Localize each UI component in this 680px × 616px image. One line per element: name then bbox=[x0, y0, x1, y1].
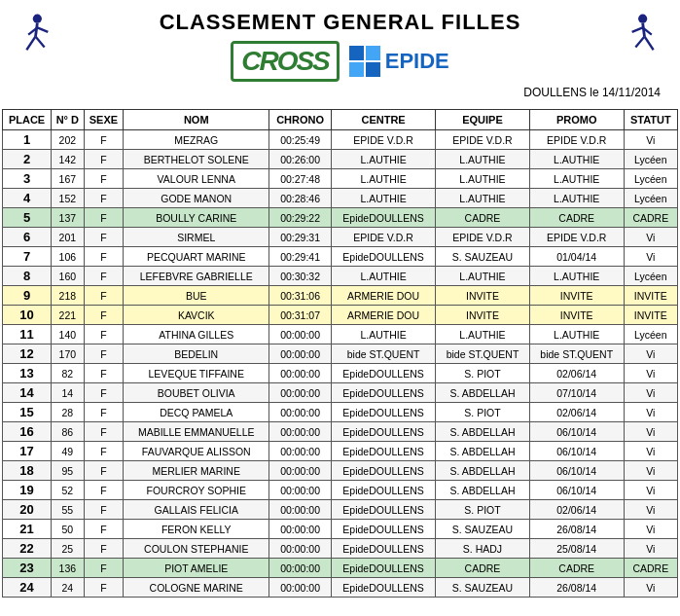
table-cell: MERLIER MARINE bbox=[124, 461, 269, 481]
table-cell: 160 bbox=[52, 267, 85, 286]
table-cell: 00:00:00 bbox=[269, 539, 332, 559]
table-cell: 1 bbox=[3, 130, 52, 150]
table-cell: L.AUTHIE bbox=[529, 189, 624, 208]
page-header: CLASSEMENT GENERAL FILLES CROSS EPIDE DO… bbox=[0, 0, 680, 109]
table-cell: 00:00:00 bbox=[269, 325, 332, 344]
results-table: PLACE N° D SEXE NOM CHRONO CENTRE EQUIPE… bbox=[2, 109, 678, 598]
table-cell: LEFEBVRE GABRIELLE bbox=[124, 267, 269, 286]
table-cell: 00:00:00 bbox=[269, 520, 332, 539]
table-row: 1686FMABILLE EMMANUELLE00:00:00EpideDOUL… bbox=[3, 422, 678, 442]
table-cell: 170 bbox=[52, 344, 85, 364]
table-cell: INVITE bbox=[436, 286, 530, 306]
table-cell: 49 bbox=[52, 442, 85, 461]
table-cell: EpideDOULLENS bbox=[332, 461, 436, 481]
table-cell: 16 bbox=[3, 422, 52, 442]
table-cell: 82 bbox=[52, 364, 85, 383]
table-cell: 55 bbox=[52, 500, 85, 520]
epide-sq-1 bbox=[349, 46, 364, 60]
table-cell: INVITE bbox=[436, 306, 530, 325]
table-cell: 7 bbox=[3, 247, 52, 267]
table-cell: 00:29:31 bbox=[269, 228, 332, 247]
table-cell: Lycéen bbox=[624, 150, 677, 169]
table-cell: ATHINA GILLES bbox=[124, 325, 269, 344]
table-cell: KAVCIK bbox=[124, 306, 269, 325]
table-cell: 06/10/14 bbox=[529, 481, 624, 500]
table-cell: EpideDOULLENS bbox=[332, 559, 436, 578]
table-cell: PECQUART MARINE bbox=[124, 247, 269, 267]
table-row: 9218FBUE00:31:06ARMERIE DOUINVITEINVITEI… bbox=[3, 286, 678, 306]
table-cell: 00:00:00 bbox=[269, 422, 332, 442]
table-cell: EPIDE V.D.R bbox=[436, 130, 530, 150]
table-row: 1202FMEZRAG00:25:49EPIDE V.D.REPIDE V.D.… bbox=[3, 130, 678, 150]
table-cell: 140 bbox=[52, 325, 85, 344]
table-cell: 8 bbox=[3, 267, 52, 286]
table-cell: Vi bbox=[624, 520, 677, 539]
table-cell: EpideDOULLENS bbox=[332, 539, 436, 559]
table-cell: F bbox=[84, 306, 124, 325]
table-cell: 50 bbox=[52, 520, 85, 539]
table-cell: F bbox=[84, 500, 124, 520]
table-cell: F bbox=[84, 442, 124, 461]
table-cell: Vi bbox=[624, 130, 677, 150]
table-cell: L.AUTHIE bbox=[436, 189, 530, 208]
table-cell: 06/10/14 bbox=[529, 422, 624, 442]
col-sexe: SEXE bbox=[84, 110, 124, 130]
table-cell: Vi bbox=[624, 442, 677, 461]
table-cell: 3 bbox=[3, 169, 52, 189]
table-cell: MABILLE EMMANUELLE bbox=[124, 422, 269, 442]
table-cell: 10 bbox=[3, 306, 52, 325]
table-cell: L.AUTHIE bbox=[436, 150, 530, 169]
table-cell: INVITE bbox=[529, 306, 624, 325]
table-cell: S. SAUZEAU bbox=[436, 578, 530, 598]
svg-line-5 bbox=[37, 27, 48, 32]
table-cell: 00:29:41 bbox=[269, 247, 332, 267]
svg-line-3 bbox=[36, 37, 45, 48]
table-cell: 00:31:07 bbox=[269, 306, 332, 325]
table-cell: 5 bbox=[3, 208, 52, 228]
table-cell: 19 bbox=[3, 481, 52, 500]
table-cell: S. ABDELLAH bbox=[436, 422, 530, 442]
table-cell: ARMERIE DOU bbox=[332, 286, 436, 306]
table-cell: EpideDOULLENS bbox=[332, 422, 436, 442]
table-cell: L.AUTHIE bbox=[436, 169, 530, 189]
table-cell: 14 bbox=[3, 383, 52, 403]
table-row: 11140FATHINA GILLES00:00:00L.AUTHIEL.AUT… bbox=[3, 325, 678, 344]
table-cell: Vi bbox=[624, 364, 677, 383]
table-cell: F bbox=[84, 169, 124, 189]
table-cell: L.AUTHIE bbox=[332, 169, 436, 189]
table-cell: 106 bbox=[52, 247, 85, 267]
table-cell: Lycéen bbox=[624, 267, 677, 286]
table-cell: 00:00:00 bbox=[269, 364, 332, 383]
table-cell: 00:00:00 bbox=[269, 383, 332, 403]
table-cell: 06/10/14 bbox=[529, 461, 624, 481]
epide-logo: EPIDE bbox=[349, 46, 449, 77]
table-cell: EpideDOULLENS bbox=[332, 481, 436, 500]
table-cell: LEVEQUE TIFFAINE bbox=[124, 364, 269, 383]
table-row: 12170FBEDELIN00:00:00bide ST.QUENTbide S… bbox=[3, 344, 678, 364]
table-cell: 00:00:00 bbox=[269, 481, 332, 500]
table-cell: EpideDOULLENS bbox=[332, 383, 436, 403]
table-cell: 13 bbox=[3, 364, 52, 383]
table-cell: EPIDE V.D.R bbox=[436, 228, 530, 247]
table-cell: S. PIOT bbox=[436, 403, 530, 422]
table-cell: F bbox=[84, 520, 124, 539]
table-cell: 00:00:00 bbox=[269, 344, 332, 364]
table-cell: 02/06/14 bbox=[529, 364, 624, 383]
table-cell: 9 bbox=[3, 286, 52, 306]
table-cell: 28 bbox=[52, 403, 85, 422]
epide-text: EPIDE bbox=[385, 49, 449, 74]
table-row: 4152FGODE MANON00:28:46L.AUTHIEL.AUTHIEL… bbox=[3, 189, 678, 208]
table-cell: 4 bbox=[3, 189, 52, 208]
table-cell: Vi bbox=[624, 539, 677, 559]
table-cell: 26/08/14 bbox=[529, 578, 624, 598]
svg-line-11 bbox=[632, 27, 643, 32]
col-centre: CENTRE bbox=[332, 110, 436, 130]
table-cell: EPIDE V.D.R bbox=[332, 130, 436, 150]
table-cell: Vi bbox=[624, 403, 677, 422]
table-cell: 221 bbox=[52, 306, 85, 325]
table-cell: 15 bbox=[3, 403, 52, 422]
table-cell: F bbox=[84, 208, 124, 228]
table-row: 7106FPECQUART MARINE00:29:41EpideDOULLEN… bbox=[3, 247, 678, 267]
table-cell: 137 bbox=[52, 208, 85, 228]
table-cell: Vi bbox=[624, 228, 677, 247]
